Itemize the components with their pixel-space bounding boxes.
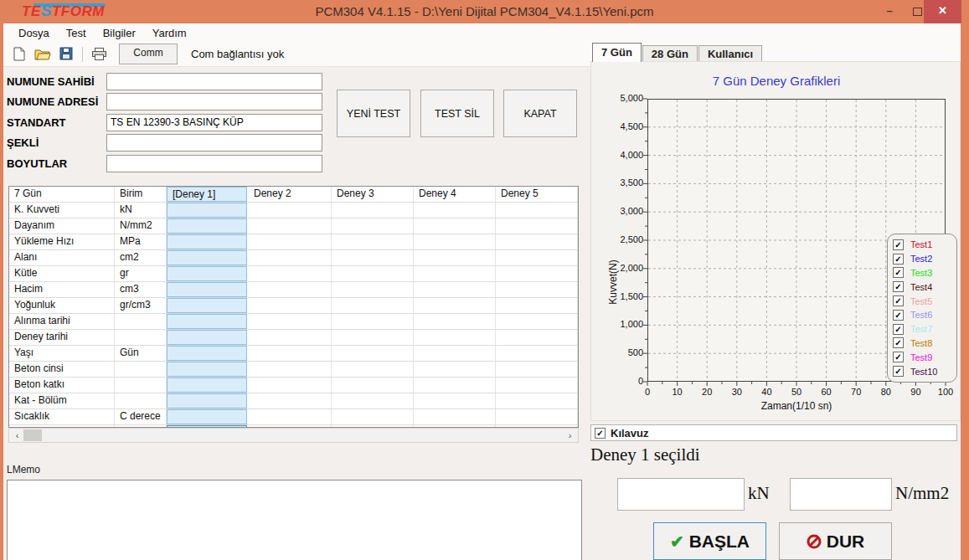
table-cell[interactable] xyxy=(414,266,496,281)
table-cell[interactable] xyxy=(414,346,496,361)
scrollbar-thumb[interactable] xyxy=(23,429,42,441)
table-cell[interactable] xyxy=(332,298,414,313)
legend-checkbox-test4[interactable] xyxy=(893,281,904,292)
legend-checkbox-test5[interactable] xyxy=(893,295,904,306)
print-icon[interactable] xyxy=(91,47,107,61)
table-cell[interactable] xyxy=(496,346,578,361)
table-cell[interactable] xyxy=(496,330,578,345)
minimize-button[interactable]: – xyxy=(877,0,902,23)
table-cell[interactable] xyxy=(414,250,496,265)
table-cell[interactable] xyxy=(249,362,332,377)
scroll-right-icon[interactable]: › xyxy=(564,429,576,441)
deney1-cell[interactable] xyxy=(167,218,247,234)
tab-7-g-n[interactable]: 7 Gün xyxy=(592,43,642,62)
table-cell[interactable] xyxy=(414,378,496,393)
strength-readout-input[interactable] xyxy=(790,478,892,511)
tab-28-g-n[interactable]: 28 Gün xyxy=(642,45,698,62)
table-cell[interactable] xyxy=(496,378,578,393)
force-readout-input[interactable] xyxy=(617,478,745,511)
table-cell[interactable] xyxy=(249,203,332,218)
menu-item-yard-m[interactable]: Yardım xyxy=(144,25,195,41)
table-cell[interactable] xyxy=(414,234,496,249)
table-cell[interactable] xyxy=(414,362,496,377)
comm-button[interactable]: Comm xyxy=(119,44,178,64)
form-input-standart[interactable] xyxy=(106,114,322,131)
legend-checkbox-test9[interactable] xyxy=(893,352,904,362)
table-cell[interactable] xyxy=(496,234,578,249)
table-cell[interactable] xyxy=(249,298,332,313)
table-cell[interactable] xyxy=(414,282,496,297)
legend-checkbox-test2[interactable] xyxy=(893,254,904,265)
form-input-boyutlar[interactable] xyxy=(106,155,322,172)
table-cell[interactable] xyxy=(414,203,496,218)
table-cell[interactable] xyxy=(249,234,332,249)
close-button[interactable]: ✕ xyxy=(924,0,961,23)
deney1-cell[interactable] xyxy=(167,234,247,249)
table-cell[interactable] xyxy=(496,314,578,329)
legend-checkbox-test7[interactable] xyxy=(893,324,904,335)
new-test-button[interactable]: YENİ TEST xyxy=(337,90,410,137)
table-cell[interactable] xyxy=(414,218,496,234)
table-cell[interactable] xyxy=(496,409,578,424)
deney1-cell[interactable] xyxy=(167,330,247,345)
menu-item-dosya[interactable]: Dosya xyxy=(10,25,58,41)
table-cell[interactable] xyxy=(332,362,414,377)
deney1-cell[interactable] xyxy=(167,314,247,329)
form-input-numune-sahi-bi[interactable] xyxy=(106,73,322,90)
table-cell[interactable] xyxy=(414,409,496,424)
form-input-ekli[interactable] xyxy=(106,134,322,152)
table-cell[interactable] xyxy=(249,393,332,408)
save-icon[interactable] xyxy=(59,47,74,61)
deney1-cell[interactable] xyxy=(167,378,247,393)
table-cell[interactable] xyxy=(332,234,414,249)
table-cell[interactable] xyxy=(496,250,578,265)
table-cell[interactable] xyxy=(332,218,414,234)
table-cell[interactable] xyxy=(414,393,496,408)
table-cell[interactable] xyxy=(249,409,332,424)
scroll-left-icon[interactable]: ‹ xyxy=(11,429,23,441)
table-cell[interactable] xyxy=(496,282,578,297)
legend-checkbox-test3[interactable] xyxy=(893,267,904,278)
table-cell[interactable] xyxy=(496,362,578,377)
start-button[interactable]: ✔ BAŞLA xyxy=(653,522,766,560)
new-file-icon[interactable] xyxy=(12,47,26,61)
deney1-cell[interactable] xyxy=(167,409,247,424)
table-cell[interactable] xyxy=(249,378,332,393)
table-cell[interactable] xyxy=(332,314,414,329)
table-cell[interactable] xyxy=(249,218,332,234)
deney1-cell[interactable] xyxy=(167,203,247,218)
legend-checkbox-test1[interactable] xyxy=(893,239,904,250)
table-cell[interactable] xyxy=(332,393,414,408)
stop-button[interactable]: DUR xyxy=(779,522,892,560)
table-horizontal-scrollbar[interactable]: ‹ › xyxy=(8,428,579,443)
delete-test-button[interactable]: TEST SİL xyxy=(420,90,494,137)
table-cell[interactable] xyxy=(496,218,578,234)
open-folder-icon[interactable] xyxy=(34,47,51,61)
memo-textarea[interactable] xyxy=(7,480,582,560)
deney1-cell[interactable] xyxy=(167,298,247,313)
table-cell[interactable] xyxy=(249,266,332,281)
table-cell[interactable] xyxy=(332,282,414,297)
table-cell[interactable] xyxy=(249,282,332,297)
table-cell[interactable] xyxy=(332,266,414,281)
table-cell[interactable] xyxy=(496,203,578,218)
deney1-cell[interactable] xyxy=(167,266,247,281)
table-cell[interactable] xyxy=(332,203,414,218)
table-cell[interactable] xyxy=(332,346,414,361)
deney1-cell[interactable] xyxy=(167,393,247,408)
table-cell[interactable] xyxy=(249,314,332,329)
table-cell[interactable] xyxy=(332,330,414,345)
table-cell[interactable] xyxy=(249,250,332,265)
deney1-cell[interactable] xyxy=(167,346,247,361)
table-cell[interactable] xyxy=(496,393,578,408)
legend-checkbox-test10[interactable] xyxy=(893,366,904,377)
table-cell[interactable] xyxy=(332,250,414,265)
table-cell[interactable] xyxy=(496,298,578,313)
table-cell[interactable] xyxy=(414,314,496,329)
table-cell[interactable] xyxy=(249,346,332,361)
table-cell[interactable] xyxy=(496,266,578,281)
tab-kullan-c[interactable]: Kullanıcı xyxy=(698,45,762,62)
menu-item-bilgiler[interactable]: Bilgiler xyxy=(95,25,144,41)
legend-checkbox-test8[interactable] xyxy=(893,337,904,348)
menu-item-test[interactable]: Test xyxy=(58,25,95,41)
